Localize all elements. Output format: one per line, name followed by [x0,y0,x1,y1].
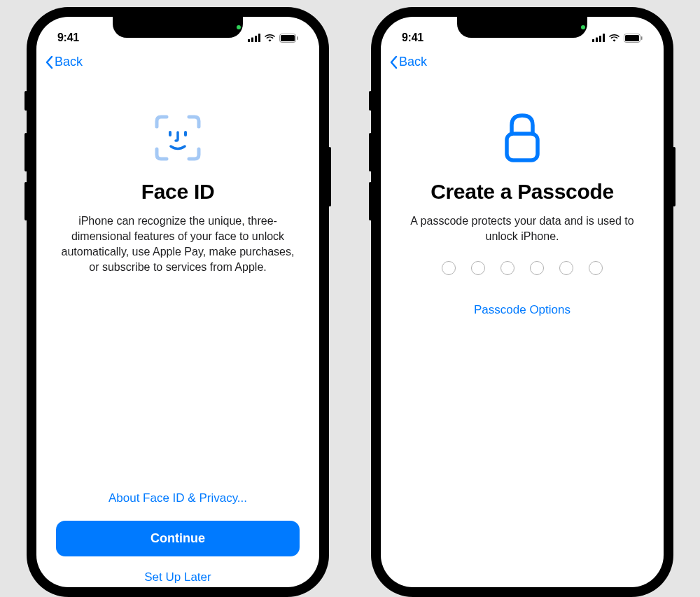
passcode-dot [471,261,485,275]
back-button[interactable]: Back [389,55,427,69]
passcode-input[interactable] [442,261,603,275]
passcode-dot [442,261,456,275]
chevron-left-icon [389,55,398,69]
camera-indicator-dot [237,25,241,29]
setup-later-link[interactable]: Set Up Later [56,570,300,587]
status-time: 9:41 [57,31,79,44]
battery-icon [624,34,643,43]
page-title: Face ID [141,180,215,204]
svg-rect-0 [248,39,250,42]
svg-rect-7 [169,131,172,136]
svg-rect-10 [596,38,598,43]
volume-down-button [24,182,27,220]
volume-up-button [369,133,372,171]
phone-faceid: 9:41 Back [27,7,329,597]
chevron-left-icon [45,55,53,69]
volume-down-button [369,182,372,220]
passcode-options-link[interactable]: Passcode Options [474,303,570,317]
back-label: Back [399,55,427,69]
volume-up-button [24,133,27,171]
battery-icon [279,34,298,43]
faceid-icon [153,110,203,166]
wifi-icon [608,34,620,42]
silence-switch [369,91,372,111]
camera-indicator-dot [581,25,585,29]
nav-bar: Back [381,48,664,76]
page-description: iPhone can recognize the unique, three-d… [56,213,300,275]
continue-button[interactable]: Continue [56,521,300,556]
svg-rect-5 [281,35,295,41]
wifi-icon [264,34,276,42]
lock-icon [502,110,542,166]
notch [457,17,587,38]
svg-rect-6 [297,36,298,40]
passcode-dot [589,261,603,275]
svg-rect-16 [507,134,538,160]
power-button [328,147,331,206]
svg-rect-15 [641,36,643,40]
page-description: A passcode protects your data and is use… [400,213,644,244]
svg-rect-12 [603,34,605,42]
power-button [673,147,676,206]
passcode-dot [530,261,544,275]
svg-rect-14 [625,35,639,41]
phone-passcode: 9:41 Back Create a Passcode A passcode p… [371,7,673,597]
cellular-signal-icon [592,34,605,42]
cellular-signal-icon [248,34,260,42]
nav-bar: Back [36,48,319,76]
silence-switch [24,91,27,111]
page-title: Create a Passcode [430,180,614,204]
svg-rect-9 [592,39,594,42]
svg-rect-1 [251,38,253,43]
back-button[interactable]: Back [45,55,83,69]
back-label: Back [55,55,83,69]
svg-rect-2 [255,36,257,42]
bottom-actions: About Face ID & Privacy... Continue Set … [36,491,319,587]
passcode-dot [500,261,514,275]
svg-rect-3 [258,34,260,42]
svg-rect-11 [599,36,601,42]
about-faceid-link[interactable]: About Face ID & Privacy... [56,491,300,505]
status-time: 9:41 [402,31,424,44]
notch [113,17,243,38]
passcode-dot [559,261,573,275]
svg-rect-8 [184,131,187,136]
